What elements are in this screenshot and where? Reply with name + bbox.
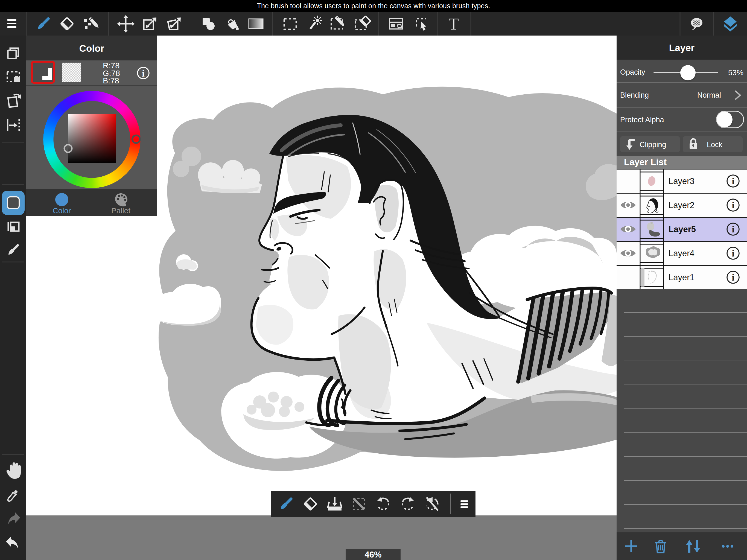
- svg-text:Pallet: Pallet: [111, 206, 130, 215]
- svg-text:Layer4: Layer4: [669, 249, 695, 258]
- svg-text:Layer1: Layer1: [669, 273, 695, 282]
- svg-text:Color: Color: [53, 206, 71, 215]
- svg-text:Layer2: Layer2: [669, 200, 695, 210]
- svg-text:Layer3: Layer3: [669, 176, 695, 186]
- svg-text:Layer5: Layer5: [669, 225, 696, 234]
- svg-text:i: i: [142, 68, 145, 78]
- svg-text:T: T: [448, 15, 459, 33]
